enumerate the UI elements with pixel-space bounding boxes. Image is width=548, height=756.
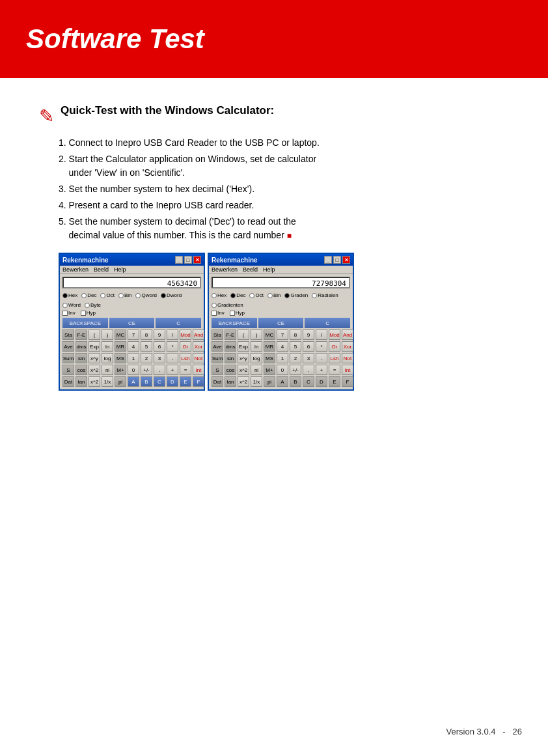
calc2-4-btn[interactable]: 4 xyxy=(277,341,288,352)
calc1-4-btn[interactable]: 4 xyxy=(128,341,139,352)
calc2-d-btn[interactable]: D xyxy=(316,376,327,387)
calc1-9-btn[interactable]: 9 xyxy=(154,329,165,340)
calc2-x2-btn[interactable]: x^2 xyxy=(238,365,249,375)
calc2-pi-btn[interactable]: pi xyxy=(264,376,275,387)
calc2-eq-btn[interactable]: = xyxy=(329,365,340,375)
calc2-and-btn[interactable]: And xyxy=(342,329,353,340)
calc2-ms-btn[interactable]: MS xyxy=(264,353,275,363)
calc1-0-btn[interactable]: 0 xyxy=(128,365,139,375)
calc2-7-btn[interactable]: 7 xyxy=(277,329,288,340)
calc1-close-btn[interactable]: ✕ xyxy=(193,256,201,264)
calc2-f-btn[interactable]: F xyxy=(342,376,353,387)
calc2-1x-btn[interactable]: 1/x xyxy=(251,376,262,387)
calc2-8-btn[interactable]: 8 xyxy=(290,329,301,340)
calc1-xy-btn[interactable]: x^y xyxy=(89,353,100,363)
calc2-radio-oct[interactable]: Oct xyxy=(249,292,263,298)
calc2-1-btn[interactable]: 1 xyxy=(277,353,288,363)
calc1-1x-btn[interactable]: 1/x xyxy=(102,376,113,387)
calc2-radio-graden[interactable]: Graden xyxy=(284,292,308,298)
calc1-exp-btn[interactable]: Exp xyxy=(89,341,100,352)
calc2-not-btn[interactable]: Not xyxy=(342,353,353,363)
calc1-5-btn[interactable]: 5 xyxy=(141,341,152,352)
calc2-menu-beeld[interactable]: Beeld xyxy=(243,266,258,273)
calc2-mr-btn[interactable]: MR xyxy=(264,341,275,352)
calc2-hyp-check[interactable]: Hyp xyxy=(230,310,245,316)
calc1-radio-word[interactable]: Word xyxy=(62,302,81,308)
calc1-lsh-btn[interactable]: Lsh xyxy=(180,353,191,363)
calc2-radio-bin[interactable]: Bin xyxy=(267,292,281,298)
calc1-mplus-btn[interactable]: M+ xyxy=(115,365,126,375)
calc1-menu-bewerken[interactable]: Bewerken xyxy=(62,266,89,273)
calc1-2-btn[interactable]: 2 xyxy=(141,353,152,363)
calc1-minimize-btn[interactable]: _ xyxy=(175,256,183,264)
calc1-radio-dword[interactable]: Dword xyxy=(161,292,182,298)
calc2-0-btn[interactable]: 0 xyxy=(277,365,288,375)
calc1-radio-byte[interactable]: Byte xyxy=(85,302,101,308)
calc2-e-btn[interactable]: E xyxy=(329,376,340,387)
calc2-nl-btn[interactable]: nl xyxy=(251,365,262,375)
calc1-sin-btn[interactable]: sin xyxy=(75,353,87,363)
calc1-dms-btn[interactable]: dms xyxy=(75,341,87,352)
calc2-mod-btn[interactable]: Mod xyxy=(329,329,340,340)
calc2-fe-btn[interactable]: F-E xyxy=(225,329,236,340)
calc2-ave-btn[interactable]: Ave xyxy=(212,341,223,352)
calc1-x3-btn[interactable]: x^2 xyxy=(89,376,100,387)
calc1-menu-beeld[interactable]: Beeld xyxy=(94,266,109,273)
calc1-radio-oct[interactable]: Oct xyxy=(100,292,114,298)
calc2-lp-btn[interactable]: ( xyxy=(238,329,249,340)
calc1-a-btn[interactable]: A xyxy=(128,376,139,387)
calc1-mc-btn[interactable]: MC xyxy=(115,329,126,340)
calc2-lsh-btn[interactable]: Lsh xyxy=(329,353,340,363)
calc2-c-btn[interactable]: C xyxy=(303,376,314,387)
calc1-not-btn[interactable]: Not xyxy=(193,353,204,363)
calc1-pi-btn[interactable]: pi xyxy=(115,376,126,387)
calc1-3-btn[interactable]: 3 xyxy=(154,353,165,363)
calc1-dat-btn[interactable]: Dat xyxy=(62,376,74,387)
calc2-3-btn[interactable]: 3 xyxy=(303,353,314,363)
calc1-b-btn[interactable]: B xyxy=(141,376,152,387)
calc2-inv-check[interactable]: Inv xyxy=(212,310,225,316)
calc2-menu-help[interactable]: Help xyxy=(263,266,275,273)
calc2-b-btn[interactable]: B xyxy=(290,376,301,387)
calc1-6-btn[interactable]: 6 xyxy=(154,341,165,352)
calc2-int-btn[interactable]: Int xyxy=(342,365,353,375)
calc2-xy-btn[interactable]: x^y xyxy=(238,353,249,363)
calc2-a-btn[interactable]: A xyxy=(277,376,288,387)
calc1-hyp-check[interactable]: Hyp xyxy=(81,310,96,316)
calc2-ln-btn[interactable]: ln xyxy=(251,341,262,352)
calc1-8-btn[interactable]: 8 xyxy=(141,329,152,340)
calc2-9-btn[interactable]: 9 xyxy=(303,329,314,340)
calc1-lp-btn[interactable]: ( xyxy=(89,329,100,340)
calc1-radio-dec[interactable]: Dec xyxy=(81,292,96,298)
calc1-radio-bin[interactable]: Bin xyxy=(118,292,132,298)
calc1-cos-btn[interactable]: cos xyxy=(75,365,87,375)
calc2-tan-btn[interactable]: tan xyxy=(225,376,236,387)
calc1-rp-btn[interactable]: ) xyxy=(102,329,113,340)
calc2-6-btn[interactable]: 6 xyxy=(303,341,314,352)
calc1-menu-help[interactable]: Help xyxy=(114,266,126,273)
calc1-s-btn[interactable]: S xyxy=(62,365,74,375)
calc1-or-btn[interactable]: Or xyxy=(180,341,191,352)
calc2-exp-btn[interactable]: Exp xyxy=(238,341,249,352)
calc1-radio-hex[interactable]: Hex xyxy=(62,292,77,298)
calc1-mr-btn[interactable]: MR xyxy=(115,341,126,352)
calc2-radio-radialen[interactable]: Radialen xyxy=(312,292,338,298)
calc1-ms-btn[interactable]: MS xyxy=(115,353,126,363)
calc1-pm-btn[interactable]: +/- xyxy=(141,365,152,375)
calc1-7-btn[interactable]: 7 xyxy=(128,329,139,340)
calc1-nl-btn[interactable]: nl xyxy=(102,365,113,375)
calc1-xor-btn[interactable]: Xor xyxy=(193,341,204,352)
calc2-x3-btn[interactable]: x^2 xyxy=(238,376,249,387)
calc2-close-btn[interactable]: ✕ xyxy=(342,256,350,264)
calc2-maximize-btn[interactable]: □ xyxy=(333,256,341,264)
calc2-dms-btn[interactable]: dms xyxy=(225,341,236,352)
calc2-menu-bewerken[interactable]: Bewerken xyxy=(212,266,238,273)
calc1-ln-btn[interactable]: ln xyxy=(102,341,113,352)
calc2-minimize-btn[interactable]: _ xyxy=(324,256,332,264)
calc1-sta-btn[interactable]: Sta xyxy=(62,329,74,340)
calc1-radio-qword[interactable]: Qword xyxy=(135,292,157,298)
calc2-sta-btn[interactable]: Sta xyxy=(212,329,223,340)
calc1-sum-btn[interactable]: Sum xyxy=(62,353,74,363)
calc1-1-btn[interactable]: 1 xyxy=(128,353,139,363)
calc1-sub-btn[interactable]: - xyxy=(167,353,178,363)
